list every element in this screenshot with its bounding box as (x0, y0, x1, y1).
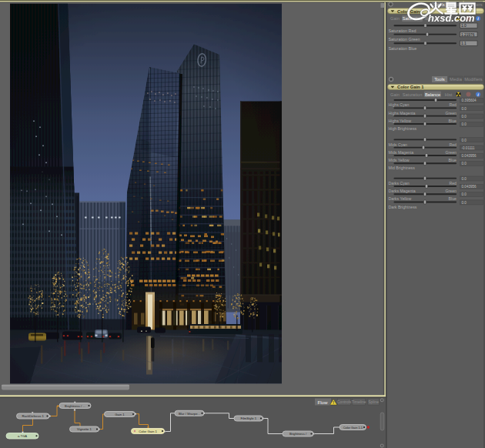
svg-text:Blur / Sharpe...: Blur / Sharpe... (179, 412, 200, 416)
svg-text:Media: Media (450, 77, 463, 82)
svg-text:Modifiers: Modifiers (464, 77, 483, 82)
svg-text:Timeline: Timeline (352, 400, 366, 404)
svg-text:Mid Brightness: Mid Brightness (389, 165, 416, 170)
svg-text:Gain: Gain (390, 16, 400, 21)
svg-text:FilmStyle 1: FilmStyle 1 (240, 416, 256, 420)
svg-text:Hist: Hist (445, 92, 453, 97)
svg-text:0.0: 0.0 (462, 177, 467, 181)
svg-text:Balance: Balance (425, 92, 440, 97)
svg-text:Dark Brightness: Dark Brightness (389, 205, 417, 209)
svg-text:0.0: 0.0 (462, 107, 467, 111)
svg-text:Red: Red (449, 181, 457, 186)
svg-text:Green: Green (446, 189, 457, 193)
svg-text:Mids Cyan: Mids Cyan (389, 142, 408, 147)
svg-text:1.0: 1.0 (461, 24, 467, 28)
svg-text:Controls: Controls (337, 400, 352, 404)
svg-text:High Brightness: High Brightness (389, 126, 417, 131)
svg-text:Spline: Spline (368, 400, 379, 404)
svg-text:Gain: Gain (390, 92, 400, 97)
svg-text:!: ! (333, 400, 334, 405)
svg-text:0.0: 0.0 (462, 201, 467, 205)
svg-text:Highs Magenta: Highs Magenta (389, 111, 416, 115)
svg-text:Darks Cyan: Darks Cyan (389, 181, 410, 186)
svg-text:Brightness /: Brightness / (289, 432, 307, 436)
svg-text:0.0: 0.0 (462, 122, 467, 126)
svg-text:Color Gain 1.1: Color Gain 1.1 (343, 426, 363, 430)
svg-text:0.0: 0.0 (462, 115, 467, 119)
svg-text:Brightness / ...: Brightness / ... (65, 404, 85, 408)
svg-text:Mids Magenta: Mids Magenta (389, 150, 414, 155)
svg-text:Saturation Red: Saturation Red (389, 28, 416, 33)
svg-text:Saturation Green: Saturation Green (389, 37, 420, 42)
svg-text:a.TGA: a.TGA (18, 434, 27, 438)
svg-text:0.0: 0.0 (462, 162, 467, 165)
svg-text:RackDefocus 1: RackDefocus 1 (22, 414, 45, 418)
svg-text:Blue: Blue (449, 158, 457, 162)
svg-text:Red: Red (449, 102, 457, 107)
svg-text:0.395604: 0.395604 (462, 99, 477, 102)
svg-text:Color Gain 1: Color Gain 1 (397, 85, 424, 89)
svg-text:-0.01111: -0.01111 (462, 146, 476, 150)
svg-text:1.21976: 1.21976 (461, 33, 475, 37)
svg-text:Color Gain 1: Color Gain 1 (139, 430, 157, 433)
svg-text:Blue: Blue (449, 119, 457, 123)
svg-text:Saturation: Saturation (403, 92, 423, 97)
svg-text:Saturation Blue: Saturation Blue (389, 46, 417, 51)
svg-text:Vignette 1: Vignette 1 (77, 427, 92, 431)
svg-text:Green: Green (446, 150, 457, 155)
svg-text:Green: Green (446, 111, 457, 115)
svg-text:Highs Yellow: Highs Yellow (389, 119, 412, 123)
svg-text:0.043956: 0.043956 (462, 154, 477, 158)
svg-text:hxsd.com: hxsd.com (428, 12, 475, 24)
svg-text:0.043956: 0.043956 (462, 185, 477, 189)
svg-text:1.1: 1.1 (461, 42, 467, 45)
svg-text:Mids Yellow: Mids Yellow (389, 158, 410, 162)
svg-text:Red: Red (449, 142, 457, 147)
svg-text:Darks Magenta: Darks Magenta (389, 189, 416, 193)
svg-text:Gain 1: Gain 1 (115, 413, 125, 416)
svg-text:Blue: Blue (449, 196, 457, 201)
svg-text:Darks Yellow: Darks Yellow (389, 196, 412, 201)
svg-text:Highs Cyan: Highs Cyan (389, 102, 410, 107)
svg-text:0.0: 0.0 (462, 139, 467, 142)
svg-text:0.0: 0.0 (462, 192, 467, 196)
svg-text:Flow: Flow (317, 400, 328, 405)
svg-text:Tools: Tools (434, 77, 445, 82)
